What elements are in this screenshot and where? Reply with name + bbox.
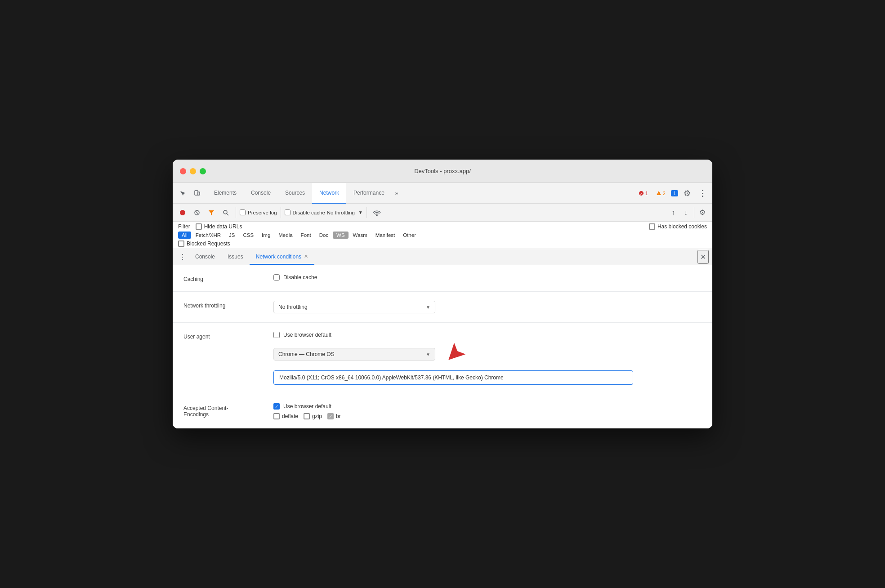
throttling-control: No throttling ▼ xyxy=(273,301,702,313)
deflate-checkbox[interactable] xyxy=(273,413,280,419)
disable-cache-checkbox[interactable] xyxy=(285,209,291,215)
hide-data-urls-label[interactable]: Hide data URLs xyxy=(196,223,242,230)
filter-type-js[interactable]: JS xyxy=(225,232,238,239)
filter-type-css[interactable]: CSS xyxy=(239,232,257,239)
br-checkbox[interactable]: ✓ xyxy=(327,413,334,419)
cursor-icon-button[interactable] xyxy=(176,187,189,200)
ua-dropdown[interactable]: Chrome — Chrome OS ▼ xyxy=(273,348,435,361)
tab-bar-icons xyxy=(176,187,203,200)
user-agent-label: User agent xyxy=(183,332,273,340)
minimize-button[interactable] xyxy=(190,168,196,174)
online-icon-button[interactable] xyxy=(371,206,383,219)
tab-sources[interactable]: Sources xyxy=(278,183,312,204)
deflate-encoding-label[interactable]: deflate xyxy=(273,413,298,419)
filter-type-ws[interactable]: WS xyxy=(333,232,349,239)
disable-cache-checkbox-label[interactable]: Disable cache xyxy=(273,274,702,281)
drawer-close-button[interactable]: ✕ xyxy=(697,250,709,264)
hide-data-urls-checkbox[interactable] xyxy=(196,223,202,230)
preserve-log-checkbox[interactable] xyxy=(240,209,246,215)
filter-type-manifest[interactable]: Manifest xyxy=(372,232,398,239)
svg-rect-1 xyxy=(198,192,200,195)
search-icon-button[interactable] xyxy=(219,206,232,219)
drawer-tab-console[interactable]: Console xyxy=(189,249,221,265)
user-agent-control: Use browser default Chrome — Chrome OS ▼ xyxy=(273,332,702,385)
title-bar: DevTools - proxx.app/ xyxy=(173,160,712,183)
filter-type-wasm[interactable]: Wasm xyxy=(349,232,371,239)
maximize-button[interactable] xyxy=(200,168,206,174)
filter-icon-button[interactable] xyxy=(205,206,218,219)
settings-icon-button[interactable]: ⚙ xyxy=(681,187,693,200)
svg-marker-9 xyxy=(209,210,214,215)
filter-type-media[interactable]: Media xyxy=(275,232,296,239)
warning-badge[interactable]: ! 2 xyxy=(653,190,668,197)
accepted-encodings-row: Accepted Content- Encodings ✓ Use browse… xyxy=(183,403,702,419)
download-button[interactable]: ↓ xyxy=(679,206,692,219)
svg-point-12 xyxy=(376,215,377,216)
drawer-menu-icon[interactable]: ⋮ xyxy=(176,253,189,261)
devtools-panel: Elements Console Sources Network Perform… xyxy=(173,183,712,428)
blocked-requests-checkbox[interactable] xyxy=(178,241,184,247)
tab-performance[interactable]: Performance xyxy=(346,183,392,204)
network-toolbar: Preserve log Disable cache No throttling… xyxy=(173,204,712,222)
filter-type-font[interactable]: Font xyxy=(297,232,315,239)
filter-label: Filter xyxy=(178,223,190,230)
svg-rect-0 xyxy=(195,191,198,195)
drawer-tab-bar: ⋮ Console Issues Network conditions ✕ ✕ xyxy=(173,249,712,265)
tab-elements[interactable]: Elements xyxy=(207,183,244,204)
filter-type-other[interactable]: Other xyxy=(399,232,420,239)
toolbar-right: ↑ ↓ ⚙ xyxy=(667,206,709,219)
disable-cache-label[interactable]: Disable cache xyxy=(285,209,325,215)
toolbar-settings-button[interactable]: ⚙ xyxy=(696,206,709,219)
svg-text:!: ! xyxy=(658,192,659,196)
drawer-tab-network-conditions[interactable]: Network conditions ✕ xyxy=(250,249,314,265)
user-agent-section: User agent Use browser default Chrome — … xyxy=(173,323,712,394)
more-options-icon-button[interactable]: ⋮ xyxy=(696,187,709,200)
accepted-encodings-section: Accepted Content- Encodings ✓ Use browse… xyxy=(173,394,712,428)
filter-type-fetch-xhr[interactable]: Fetch/XHR xyxy=(192,232,224,239)
tab-network[interactable]: Network xyxy=(312,183,346,204)
accepted-encodings-control: ✓ Use browser default deflate gzip xyxy=(273,403,702,419)
throttling-dropdown[interactable]: No throttling ▼ xyxy=(273,301,435,313)
drawer-tab-issues[interactable]: Issues xyxy=(221,249,250,265)
encoding-checkboxes: deflate gzip ✓ br xyxy=(273,413,702,419)
gzip-checkbox[interactable] xyxy=(304,413,310,419)
accepted-encodings-label: Accepted Content- Encodings xyxy=(183,403,273,418)
tab-console[interactable]: Console xyxy=(244,183,278,204)
info-badge[interactable]: 1 xyxy=(671,190,678,196)
caching-disable-checkbox[interactable] xyxy=(273,274,280,281)
has-blocked-cookies-label[interactable]: Has blocked cookies xyxy=(649,223,707,230)
filter-row-3: Blocked Requests xyxy=(178,241,707,247)
has-blocked-cookies-checkbox[interactable] xyxy=(649,223,655,230)
device-icon-button[interactable] xyxy=(191,187,203,200)
br-encoding-label[interactable]: ✓ br xyxy=(327,413,341,419)
preserve-log-label[interactable]: Preserve log xyxy=(240,209,277,215)
record-button[interactable] xyxy=(176,206,189,219)
ua-browser-default-label[interactable]: Use browser default xyxy=(273,332,702,338)
encodings-browser-default-label[interactable]: ✓ Use browser default xyxy=(273,403,702,410)
upload-button[interactable]: ↑ xyxy=(667,206,679,219)
toolbar-separator-1 xyxy=(236,207,236,218)
drawer-tab-close-icon[interactable]: ✕ xyxy=(304,254,308,259)
throttling-section: Network throttling No throttling ▼ xyxy=(173,292,712,323)
ua-string-input[interactable] xyxy=(273,370,633,385)
throttling-label: Network throttling xyxy=(183,301,273,309)
ua-browser-default-checkbox[interactable] xyxy=(273,332,280,338)
error-badge[interactable]: ✕ 1 xyxy=(636,190,651,197)
filter-type-all[interactable]: All xyxy=(178,232,191,239)
caching-section: Caching Disable cache xyxy=(173,265,712,292)
toolbar-separator-4 xyxy=(694,207,694,218)
close-button[interactable] xyxy=(180,168,186,174)
toolbar-separator-3 xyxy=(367,207,367,218)
throttle-select[interactable]: No throttling ▼ xyxy=(327,210,363,215)
gzip-encoding-label[interactable]: gzip xyxy=(304,413,322,419)
top-tab-list: Elements Console Sources Network Perform… xyxy=(207,183,636,203)
filter-type-img[interactable]: Img xyxy=(258,232,274,239)
blocked-requests-label[interactable]: Blocked Requests xyxy=(178,241,230,247)
svg-line-11 xyxy=(227,214,228,215)
encodings-browser-default-checkbox[interactable]: ✓ xyxy=(273,403,280,410)
filter-type-doc[interactable]: Doc xyxy=(316,232,332,239)
tab-more-button[interactable]: » xyxy=(392,183,402,203)
devtools-window: DevTools - proxx.app/ xyxy=(173,160,712,428)
clear-button[interactable] xyxy=(191,206,203,219)
throttling-row: Network throttling No throttling ▼ xyxy=(183,301,702,313)
